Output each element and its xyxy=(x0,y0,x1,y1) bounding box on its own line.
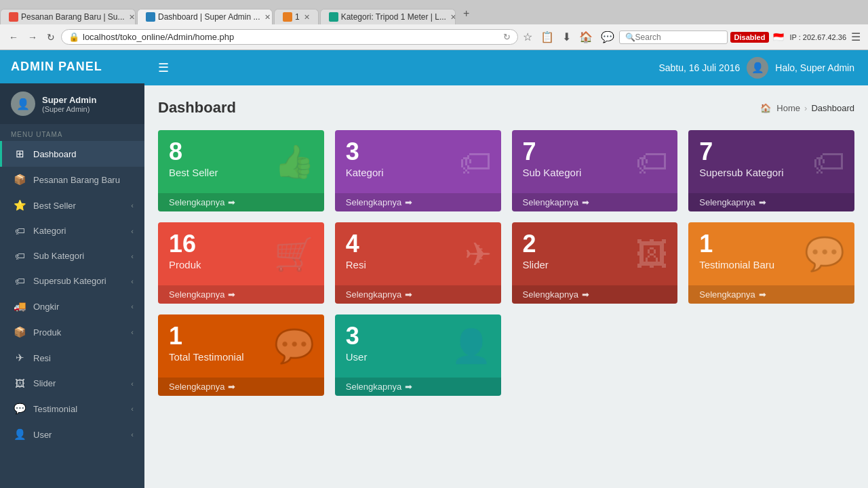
card-slider-footer[interactable]: Selengkapnya ➡ xyxy=(512,285,678,304)
search-bar[interactable]: 🔍 xyxy=(619,30,728,44)
card-testimonial-baru[interactable]: 1 Testimonial Baru 💬 Selengkapnya ➡ xyxy=(688,222,854,304)
ip-text: IP : 202.67.42.36 xyxy=(789,33,846,41)
card-subkategori-footer[interactable]: Selengkapnya ➡ xyxy=(512,193,678,211)
breadcrumb-home-link[interactable]: Home xyxy=(776,103,800,113)
nav-icons: ☆ 📋 ⬇ 🏠 💬 xyxy=(521,29,616,45)
chevron-icon-produk: ‹ xyxy=(131,328,134,336)
card-produk[interactable]: 16 Produk 🛒 Selengkapnya ➡ xyxy=(158,222,324,304)
sidebar-label-resi: Resi xyxy=(33,353,134,363)
menu-nav-icon[interactable]: ☰ xyxy=(849,29,863,45)
card-kategori-footer[interactable]: Selengkapnya ➡ xyxy=(335,193,501,211)
sidebar-item-user[interactable]: 👤 User ‹ xyxy=(0,422,144,447)
home-nav-icon[interactable]: 🏠 xyxy=(577,29,595,45)
bookmark-icon[interactable]: 📋 xyxy=(538,29,556,45)
card-resi-footer[interactable]: Selengkapnya ➡ xyxy=(335,285,501,304)
browser-tab-3[interactable]: 1 ✕ xyxy=(274,9,319,24)
subkategori-icon: 🏷 xyxy=(13,250,26,262)
card-supersub[interactable]: 7 Supersub Kategori 🏷 Selengkapnya ➡ xyxy=(688,130,854,211)
card-slider-arrow-icon: ➡ xyxy=(582,289,589,300)
sidebar-item-subkategori[interactable]: 🏷 Sub Kategori ‹ xyxy=(0,243,144,268)
topbar: ☰ Sabtu, 16 Juli 2016 👤 Halo, Super Admi… xyxy=(144,50,868,85)
tab-label-1: Pesanan Barang Baru | Su... xyxy=(21,12,125,22)
back-button[interactable]: ← xyxy=(5,30,22,44)
browser-tabs: Pesanan Barang Baru | Su... ✕ Dashboard … xyxy=(0,0,868,24)
tab-close-3[interactable]: ✕ xyxy=(304,13,310,22)
tab-close-2[interactable]: ✕ xyxy=(264,13,271,22)
reload-button[interactable]: ↻ xyxy=(43,30,58,44)
tab-close-1[interactable]: ✕ xyxy=(129,13,135,22)
sidebar-item-testimonial[interactable]: 💬 Testimonial ‹ xyxy=(0,396,144,422)
sidebar-label-dashboard: Dashboard xyxy=(33,149,134,159)
sidebar-item-slider[interactable]: 🖼 Slider ‹ xyxy=(0,371,144,396)
card-total-testimonial[interactable]: 1 Total Testimonial 💬 Selengkapnya ➡ xyxy=(158,314,324,396)
card-produk-arrow-icon: ➡ xyxy=(228,289,235,300)
card-testimonial-baru-footer[interactable]: Selengkapnya ➡ xyxy=(688,285,854,304)
sidebar-item-supersub[interactable]: 🏷 Supersub Kategori ‹ xyxy=(0,268,144,293)
card-user-body: 3 User 👤 xyxy=(335,314,501,378)
card-user[interactable]: 3 User 👤 Selengkapnya ➡ xyxy=(335,314,501,396)
forward-button[interactable]: → xyxy=(24,30,41,44)
kategori-card-icon: 🏷 xyxy=(459,143,492,180)
browser-tab-2[interactable]: Dashboard | Super Admin ... ✕ xyxy=(137,9,273,24)
sidebar-label-testimonial: Testimonial xyxy=(33,404,131,414)
card-slider-link: Selengkapnya xyxy=(523,289,578,300)
card-bestseller[interactable]: 8 Best Seller 👍 Selengkapnya ➡ xyxy=(158,130,324,211)
sidebar-item-produk[interactable]: 📦 Produk ‹ xyxy=(0,319,144,345)
card-total-testimonial-link: Selengkapnya xyxy=(169,382,224,392)
flag-icon: 🇮🇩 xyxy=(773,32,784,42)
total-testimonial-card-icon: 💬 xyxy=(274,327,315,365)
resi-icon: ✈ xyxy=(13,352,26,364)
card-subkategori[interactable]: 7 Sub Kategori 🏷 Selengkapnya ➡ xyxy=(512,130,678,211)
sidebar-menu-title: MENU UTAMA xyxy=(0,124,144,141)
chevron-icon-subkategori: ‹ xyxy=(131,252,134,260)
browser-tab-4[interactable]: Kategori: Tripod 1 Meter | L... ✕ xyxy=(320,9,456,24)
card-resi[interactable]: 4 Resi ✈ Selengkapnya ➡ xyxy=(335,222,501,304)
sidebar-item-dashboard[interactable]: ⊞ Dashboard xyxy=(0,141,144,167)
card-slider[interactable]: 2 Slider 🖼 Selengkapnya ➡ xyxy=(512,222,678,304)
sidebar-label-slider: Slider xyxy=(33,378,131,388)
sidebar-label-produk: Produk xyxy=(33,327,131,338)
tab-label-2: Dashboard | Super Admin ... xyxy=(158,12,260,22)
chevron-icon-ongkir: ‹ xyxy=(131,302,134,310)
card-produk-footer[interactable]: Selengkapnya ➡ xyxy=(158,285,324,304)
chevron-icon-slider: ‹ xyxy=(131,380,134,388)
sidebar-item-bestseller[interactable]: ⭐ Best Seller ‹ xyxy=(0,192,144,218)
browser-tab-1[interactable]: Pesanan Barang Baru | Su... ✕ xyxy=(0,9,136,24)
tab-close-4[interactable]: ✕ xyxy=(450,13,456,22)
card-slider-body: 2 Slider 🖼 xyxy=(512,222,678,285)
sidebar-item-ongkir[interactable]: 🚚 Ongkir ‹ xyxy=(0,293,144,319)
chat-nav-icon[interactable]: 💬 xyxy=(599,29,616,45)
search-input[interactable] xyxy=(635,33,717,42)
sidebar-item-pesanan[interactable]: 📦 Pesanan Barang Baru xyxy=(0,167,144,192)
sidebar-label-user: User xyxy=(33,430,131,440)
card-total-testimonial-footer[interactable]: Selengkapnya ➡ xyxy=(158,378,324,396)
page-title: Dashboard xyxy=(158,99,236,117)
card-bestseller-arrow-icon: ➡ xyxy=(228,197,235,207)
chevron-icon-testimonial: ‹ xyxy=(131,405,134,413)
card-total-testimonial-arrow-icon: ➡ xyxy=(228,382,235,392)
sidebar-item-kategori[interactable]: 🏷 Kategori ‹ xyxy=(0,218,144,243)
new-tab-button[interactable]: + xyxy=(457,4,476,23)
chevron-icon-kategori: ‹ xyxy=(131,227,134,235)
card-kategori[interactable]: 3 Kategori 🏷 Selengkapnya ➡ xyxy=(335,130,501,211)
breadcrumb-current: Dashboard xyxy=(811,103,854,113)
ongkir-icon: 🚚 xyxy=(13,300,26,312)
card-kategori-body: 3 Kategori 🏷 xyxy=(335,130,501,193)
star-icon[interactable]: ☆ xyxy=(521,29,534,45)
download-icon[interactable]: ⬇ xyxy=(560,29,573,45)
topbar-menu-button[interactable]: ☰ xyxy=(158,60,169,75)
sidebar-item-resi[interactable]: ✈ Resi xyxy=(0,345,144,371)
browser-nav-bar: ← → ↻ 🔒 localhost/toko_online/Admin/home… xyxy=(0,24,868,50)
search-icon: 🔍 xyxy=(625,33,635,42)
card-bestseller-footer[interactable]: Selengkapnya ➡ xyxy=(158,193,324,211)
card-resi-body: 4 Resi ✈ xyxy=(335,222,501,285)
page-content: Dashboard 🏠 Home › Dashboard 8 Best Sell… xyxy=(144,85,868,488)
tab-favicon-3 xyxy=(283,12,292,22)
card-resi-arrow-icon: ➡ xyxy=(405,289,412,300)
chevron-icon-supersub: ‹ xyxy=(131,277,134,285)
card-user-footer[interactable]: Selengkapnya ➡ xyxy=(335,378,501,396)
user-icon: 👤 xyxy=(13,428,26,441)
topbar-date: Sabtu, 16 Juli 2016 xyxy=(658,62,740,73)
address-bar[interactable]: 🔒 localhost/toko_online/Admin/home.php ↻ xyxy=(61,29,518,45)
card-supersub-footer[interactable]: Selengkapnya ➡ xyxy=(688,193,854,211)
